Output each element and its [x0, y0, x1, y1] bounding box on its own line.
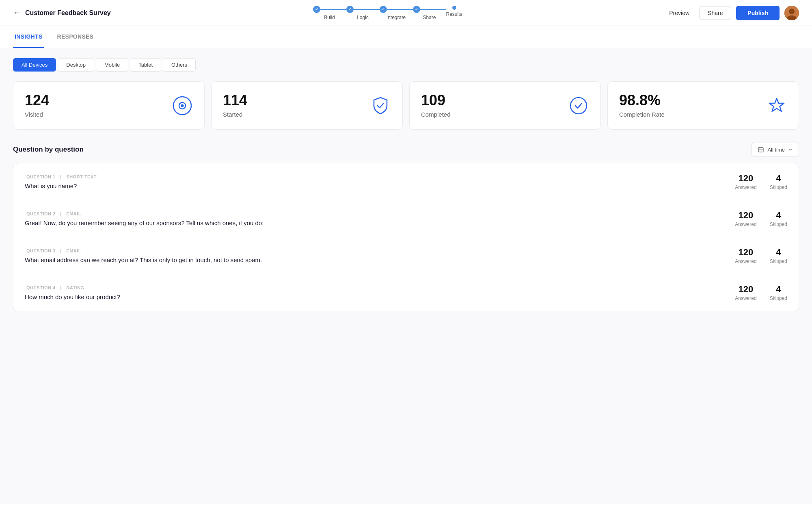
step-icon-integrate: ✓ [380, 6, 387, 13]
step-line-4 [420, 9, 446, 10]
stat-number-visited: 124 [25, 93, 49, 108]
avatar [784, 6, 799, 20]
step-label-build: Build [324, 15, 335, 20]
step-line-2 [354, 9, 380, 10]
question-left-3: QUESTION 3 | EMAIL What email address ca… [25, 248, 262, 263]
step-label-results: Results [446, 11, 462, 17]
share-button[interactable]: Share [699, 6, 731, 20]
q-stat-answered-1: 120 Answered [735, 173, 756, 190]
q-stat-skipped-1: 4 Skipped [770, 173, 787, 190]
step-icon-logic: ✓ [346, 6, 354, 13]
survey-title: Customer Feedback Survey [25, 9, 111, 17]
device-tablet[interactable]: Tablet [130, 58, 161, 72]
step-line-1 [320, 9, 346, 10]
question-text-2: Great! Now, do you remember seeing any o… [25, 219, 263, 226]
time-filter-label: All time [767, 147, 785, 153]
question-left-2: QUESTION 2 | EMAIL Great! Now, do you re… [25, 211, 263, 226]
stat-info-rate: 98.8% Completion Rate [619, 93, 665, 118]
svg-rect-8 [758, 148, 763, 152]
stat-info-started: 114 Started [223, 93, 247, 118]
device-desktop[interactable]: Desktop [58, 58, 94, 72]
q-stat-skipped-2: 4 Skipped [770, 210, 787, 227]
star-icon [766, 95, 787, 116]
svg-point-6 [570, 98, 587, 114]
time-filter[interactable]: All time [752, 143, 799, 156]
question-left-4: QUESTION 4 | RATING How much do you like… [25, 285, 120, 300]
question-meta-3: QUESTION 3 | EMAIL [25, 248, 262, 253]
qbq-title: Question by question [13, 145, 84, 154]
stat-label-rate: Completion Rate [619, 111, 665, 118]
q-stat-skipped-3: 4 Skipped [770, 247, 787, 264]
question-text-1: What is you name? [25, 182, 98, 189]
question-stats-2: 120 Answered 4 Skipped [735, 210, 787, 227]
step-icon-build: ✓ [313, 6, 320, 13]
device-filter: All Devices Desktop Mobile Tablet Others [13, 58, 799, 72]
publish-button[interactable]: Publish [736, 6, 780, 20]
step-line-3 [387, 9, 413, 10]
eye-icon [172, 95, 193, 116]
step-icon-results [452, 6, 456, 10]
step-icon-share: ✓ [413, 6, 420, 13]
device-others[interactable]: Others [163, 58, 196, 72]
stat-info-completed: 109 Completed [421, 93, 451, 118]
question-row: QUESTION 2 | EMAIL Great! Now, do you re… [13, 200, 799, 237]
svg-point-1 [789, 9, 795, 14]
svg-point-5 [181, 104, 184, 107]
svg-marker-7 [769, 98, 784, 111]
stats-row: 124 Visited 114 Started [13, 81, 799, 130]
device-mobile[interactable]: Mobile [96, 58, 128, 72]
q-stat-answered-3: 120 Answered [735, 247, 756, 264]
stat-label-started: Started [223, 111, 247, 118]
nav-steps: ✓ Build ✓ Logic ✓ Integrate [313, 6, 462, 20]
stat-card-completed: 109 Completed [409, 81, 601, 130]
questions-container: QUESTION 1 | SHORT TEXT What is you name… [13, 163, 799, 311]
stat-card-completion-rate: 98.8% Completion Rate [607, 81, 799, 130]
question-meta-4: QUESTION 4 | RATING [25, 285, 120, 290]
question-row: QUESTION 1 | SHORT TEXT What is you name… [13, 163, 799, 200]
step-label-integrate: Integrate [387, 15, 406, 20]
back-icon: ← [13, 9, 20, 17]
tabs-bar: INSIGHTS RESPONSES [0, 26, 812, 48]
header: ← Customer Feedback Survey ✓ Build ✓ Log… [0, 0, 812, 26]
question-meta-2: QUESTION 2 | EMAIL [25, 211, 263, 216]
q-stat-answered-4: 120 Answered [735, 284, 756, 301]
preview-button[interactable]: Preview [664, 7, 694, 20]
back-button[interactable]: ← [13, 9, 20, 17]
qbq-header: Question by question All time [13, 143, 799, 156]
q-stat-answered-2: 120 Answered [735, 210, 756, 227]
main-content: All Devices Desktop Mobile Tablet Others… [0, 48, 812, 504]
nav-step-logic: ✓ Logic [346, 6, 380, 20]
question-stats-4: 120 Answered 4 Skipped [735, 284, 787, 301]
question-stats-3: 120 Answered 4 Skipped [735, 247, 787, 264]
header-right: Preview Share Publish [664, 6, 799, 20]
shield-check-icon [370, 95, 391, 116]
stat-card-visited: 124 Visited [13, 81, 205, 130]
question-left-1: QUESTION 1 | SHORT TEXT What is you name… [25, 174, 98, 189]
q-stat-skipped-4: 4 Skipped [770, 284, 787, 301]
question-stats-1: 120 Answered 4 Skipped [735, 173, 787, 190]
question-row: QUESTION 3 | EMAIL What email address ca… [13, 237, 799, 274]
nav-step-results: Results [446, 6, 462, 17]
chevron-down-icon [788, 147, 793, 152]
step-label-logic: Logic [357, 15, 369, 20]
stat-info-visited: 124 Visited [25, 93, 49, 118]
question-row: QUESTION 4 | RATING How much do you like… [13, 274, 799, 311]
device-all[interactable]: All Devices [13, 58, 56, 72]
nav-step-share: ✓ Share [413, 6, 446, 20]
nav-step-build: ✓ Build [313, 6, 346, 20]
question-meta-1: QUESTION 1 | SHORT TEXT [25, 174, 98, 179]
nav-step-integrate: ✓ Integrate [380, 6, 413, 20]
stat-number-completed: 109 [421, 93, 451, 108]
stat-number-started: 114 [223, 93, 247, 108]
stat-card-started: 114 Started [211, 81, 403, 130]
header-nav: ✓ Build ✓ Logic ✓ Integrate [313, 6, 462, 20]
stat-label-visited: Visited [25, 111, 49, 118]
question-text-3: What email address can we reach you at? … [25, 256, 262, 263]
question-text-4: How much do you like our product? [25, 293, 120, 300]
calendar-icon [758, 146, 764, 153]
tab-insights[interactable]: INSIGHTS [13, 26, 44, 48]
circle-check-icon [568, 95, 589, 116]
avatar-image [784, 6, 799, 20]
tab-responses[interactable]: RESPONSES [56, 26, 95, 48]
step-label-share: Share [423, 15, 436, 20]
